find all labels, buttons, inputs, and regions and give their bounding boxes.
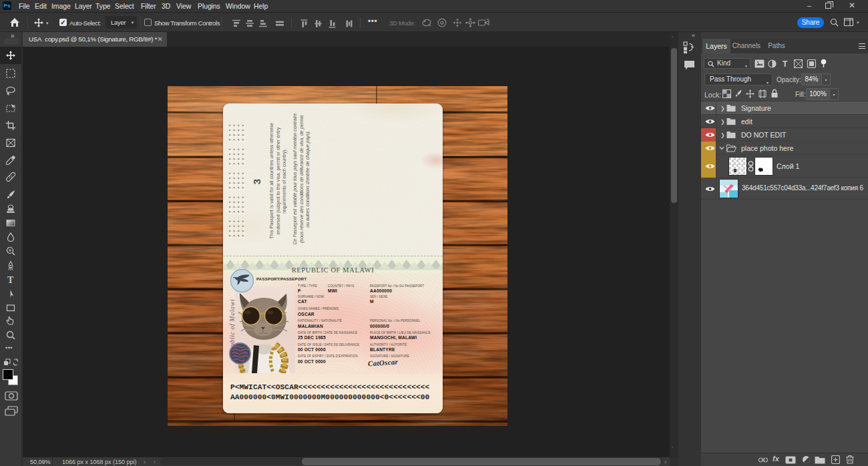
svg-text:T: T	[7, 275, 14, 284]
